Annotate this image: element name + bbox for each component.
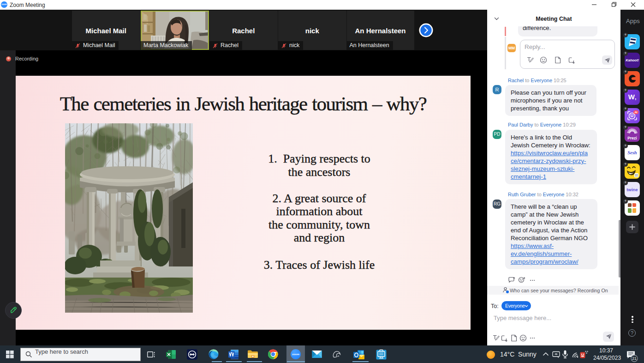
- svg-text:Prezi: Prezi: [627, 136, 637, 140]
- svg-text:21: 21: [632, 356, 637, 361]
- svg-text:AI: AI: [635, 111, 638, 114]
